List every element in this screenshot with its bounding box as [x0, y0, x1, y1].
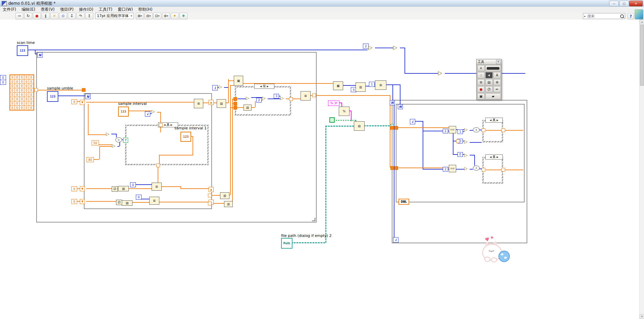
iteration-terminal[interactable]: i: [145, 111, 150, 117]
wire[interactable]: [161, 186, 180, 187]
step-into-button[interactable]: ↧: [68, 13, 76, 19]
array-size-node[interactable]: ▦: [333, 81, 343, 90]
array-cell[interactable]: 0: [10, 97, 15, 101]
label[interactable]: sample interval: [118, 102, 147, 106]
tools-palette-titlebar[interactable]: 工具 ✕: [477, 59, 501, 65]
wire-tool[interactable]: ⊚: [477, 79, 485, 85]
array-cell[interactable]: 0: [15, 79, 19, 84]
case-structure-false[interactable]: [235, 86, 291, 116]
wire[interactable]: [159, 155, 193, 155]
numeric-constant[interactable]: 0: [71, 199, 77, 204]
tunnel[interactable]: [482, 168, 485, 172]
wire[interactable]: [132, 202, 149, 203]
case-selector-terminal[interactable]: ?: [123, 138, 128, 143]
case-next-icon[interactable]: ▶: [497, 119, 498, 122]
wire[interactable]: [470, 155, 474, 155]
iteration-terminal[interactable]: i: [410, 119, 415, 124]
array-cell[interactable]: 0: [29, 92, 34, 97]
shift-register-right[interactable]: ▲: [209, 100, 214, 105]
array-cell[interactable]: 0: [24, 101, 29, 106]
wire[interactable]: [88, 104, 89, 134]
array-cell[interactable]: 0: [19, 97, 24, 101]
and-node[interactable]: ∧: [115, 137, 122, 142]
wire[interactable]: [157, 112, 160, 113]
array-cell[interactable]: 0: [10, 106, 15, 110]
scale-node[interactable]: R16: [449, 165, 456, 172]
wire[interactable]: [375, 48, 393, 48]
numeric-constant[interactable]: 3: [274, 94, 279, 99]
probe-tool[interactable]: Ⓟ: [485, 86, 493, 92]
array-index[interactable]: 0: [0, 80, 6, 85]
wire[interactable]: [268, 99, 280, 99]
wire[interactable]: [453, 133, 453, 141]
case-selector-label[interactable]: ◀ 真 ▶: [485, 154, 503, 160]
label[interactable]: scan time: [17, 41, 35, 45]
search-input[interactable]: [587, 14, 619, 18]
array-cell[interactable]: 0: [24, 75, 29, 79]
wire[interactable]: [400, 84, 400, 105]
wire[interactable]: [116, 134, 117, 137]
array-cell[interactable]: 0: [10, 88, 15, 92]
array-cell[interactable]: 0: [19, 106, 24, 110]
menu-project[interactable]: 项目(P): [57, 7, 76, 12]
build-array-node[interactable]: ⊞: [152, 183, 162, 191]
function-triangle-node[interactable]: ▷: [219, 84, 222, 89]
index-array-node[interactable]: ▥: [220, 192, 229, 199]
wire[interactable]: [405, 73, 438, 74]
array-cell[interactable]: 0: [10, 79, 15, 84]
wire[interactable]: [470, 169, 473, 170]
wire[interactable]: [158, 167, 158, 183]
array-node[interactable]: ▤: [244, 105, 252, 111]
shift-register-left[interactable]: ▼: [80, 100, 85, 105]
context-help-icon[interactable]: [635, 9, 643, 19]
abort-button[interactable]: ●: [33, 13, 41, 19]
case-selector-label[interactable]: ◀ 真 ▶: [485, 118, 503, 123]
equal-node[interactable]: ▷: [464, 166, 468, 171]
numeric-constant[interactable]: 0: [71, 99, 77, 104]
array-cell[interactable]: 0: [24, 79, 29, 84]
tunnel[interactable]: [159, 123, 163, 127]
wire[interactable]: [405, 48, 405, 74]
wire[interactable]: [237, 107, 244, 108]
wire[interactable]: [316, 95, 390, 96]
comparison-node[interactable]: ▷: [464, 127, 468, 132]
wire[interactable]: [159, 202, 209, 202]
case-structure-sample-interval[interactable]: [125, 125, 209, 165]
wire[interactable]: [504, 130, 523, 131]
array-cell[interactable]: 0: [24, 84, 29, 88]
position-tool[interactable]: ➤: [485, 72, 493, 78]
case-prev-icon[interactable]: ◀: [490, 119, 491, 122]
distribute-objects-dropdown[interactable]: ⊟▾: [145, 13, 153, 19]
wire[interactable]: [398, 168, 449, 168]
tools-palette[interactable]: 工具 ✕ × ☝ ➤ A ⊚ ▤ ⊕ ● Ⓟ ✏: [476, 59, 502, 100]
numeric-constant[interactable]: 2: [363, 44, 369, 49]
search-scope-icon[interactable]: ▸: [584, 15, 586, 18]
diagram-grid-button[interactable]: ❖: [179, 13, 187, 19]
numeric-constant[interactable]: 0: [71, 186, 77, 191]
menu-window[interactable]: 窗口(W): [115, 7, 136, 12]
menu-operate[interactable]: 操作(O): [76, 7, 96, 12]
case-structure-true-2[interactable]: [482, 157, 503, 184]
and-node[interactable]: ∧: [473, 166, 480, 171]
run-button[interactable]: ⇨: [15, 13, 23, 19]
maximize-button[interactable]: ▢: [619, 1, 629, 6]
font-selector[interactable]: 17pt 应用程序字体 ▾: [95, 13, 134, 19]
wire[interactable]: [180, 188, 209, 189]
block-diagram[interactable]: scan time 123 N 0 0 00000000000000000000…: [0, 19, 640, 319]
function-triangle-node[interactable]: ▷: [280, 96, 284, 100]
loop-resize-grip[interactable]: [312, 218, 315, 221]
numeric-constant[interactable]: 0: [130, 182, 136, 187]
menu-help[interactable]: 帮助(H): [136, 7, 155, 12]
resize-objects-dropdown[interactable]: ⊡▾: [153, 13, 161, 19]
tunnel[interactable]: [394, 166, 398, 170]
array-cell[interactable]: 0: [15, 101, 19, 106]
array-cell[interactable]: 0: [15, 75, 19, 79]
path-control-terminal[interactable]: Path: [281, 238, 292, 249]
wire[interactable]: [414, 121, 423, 122]
scrollbar-thumb[interactable]: [640, 25, 644, 86]
numeric-constant[interactable]: 2: [256, 98, 262, 103]
wire[interactable]: [35, 50, 36, 54]
tunnel[interactable]: [233, 102, 237, 106]
and-node[interactable]: ∧: [473, 127, 480, 132]
array-cell[interactable]: 0: [24, 97, 29, 101]
